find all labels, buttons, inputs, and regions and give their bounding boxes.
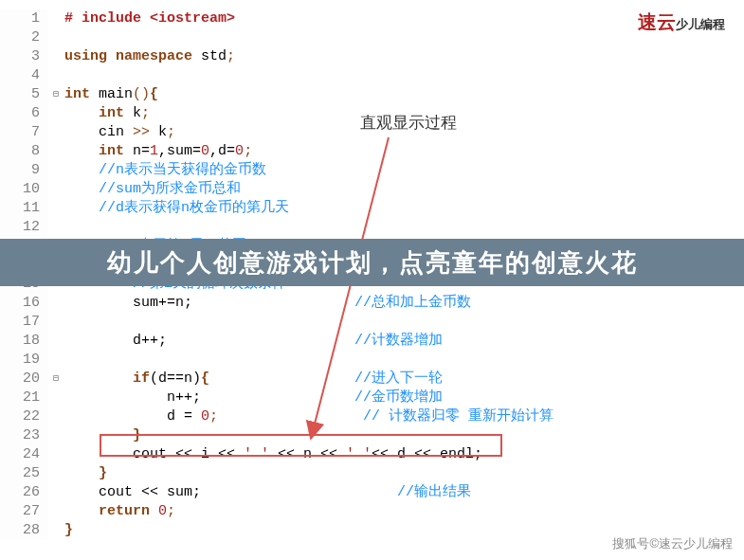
code-line: }: [64, 426, 744, 445]
code-line: if(d==n){ //进入下一轮: [64, 370, 744, 388]
code-line: int main(){: [64, 85, 744, 104]
line-number: 8: [0, 142, 40, 161]
annotation-label: 直观显示过程: [360, 112, 457, 134]
line-number: 6: [0, 104, 40, 123]
line-number: 21: [0, 388, 40, 407]
code-line: [64, 351, 744, 370]
code-line: }: [64, 464, 744, 483]
line-number: 26: [0, 483, 40, 502]
logo-sub: 少儿编程: [676, 17, 725, 31]
code-line: [64, 313, 744, 332]
code-line: int n=1,sum=0,d=0;: [64, 142, 744, 161]
code-line: //n表示当天获得的金币数: [64, 161, 744, 180]
line-number: 5: [0, 85, 40, 104]
code-line: //d表示获得n枚金币的第几天: [64, 199, 744, 218]
code-line: cout << i << ' ' << n << ' '<< d << endl…: [64, 445, 744, 464]
code-line: sum+=n; //总和加上金币数: [64, 294, 744, 313]
line-number: 2: [0, 28, 40, 47]
line-number: 11: [0, 199, 40, 218]
line-number: 18: [0, 332, 40, 351]
logo-main: 速云: [638, 11, 676, 32]
code-line: return 0;: [64, 502, 744, 521]
line-number: 7: [0, 123, 40, 142]
code-line: d = 0; // 计数器归零 重新开始计算: [64, 407, 744, 426]
line-number: 27: [0, 502, 40, 521]
line-number: 16: [0, 294, 40, 313]
line-number: 23: [0, 426, 40, 445]
code-line: d++; //计数器增加: [64, 332, 744, 351]
line-number: 3: [0, 47, 40, 66]
logo: 速云少儿编程: [638, 9, 725, 35]
line-number: 17: [0, 313, 40, 332]
line-number: 19: [0, 351, 40, 370]
code-line: n++; //金币数增加: [64, 388, 744, 407]
line-number: 9: [0, 161, 40, 180]
code-line: cout << sum; //输出结果: [64, 483, 744, 502]
line-number: 1: [0, 9, 40, 28]
fold-icon[interactable]: ⊟: [47, 85, 64, 104]
code-line: //sum为所求金币总和: [64, 180, 744, 199]
line-number: 4: [0, 66, 40, 85]
fold-icon[interactable]: ⊟: [47, 370, 64, 388]
line-number: 28: [0, 521, 40, 540]
overlay-banner: 幼儿个人创意游戏计划，点亮童年的创意火花: [0, 239, 744, 286]
line-number: 10: [0, 180, 40, 199]
watermark: 搜狐号©速云少儿编程: [612, 535, 733, 552]
line-number: 22: [0, 407, 40, 426]
code-line: using namespace std;: [64, 47, 744, 66]
line-number: 12: [0, 218, 40, 237]
code-line: [64, 66, 744, 85]
line-number: 24: [0, 445, 40, 464]
line-number: 20: [0, 370, 40, 388]
line-number: 25: [0, 464, 40, 483]
code-line: [64, 218, 744, 237]
